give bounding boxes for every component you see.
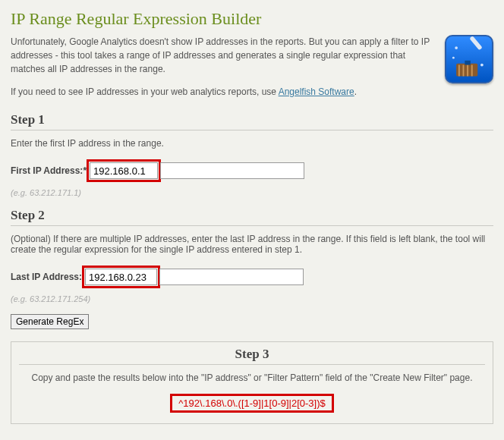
need-prefix: If you need to see IP addresses in your …: [11, 86, 279, 97]
step1-example: (e.g. 63.212.171.1): [11, 188, 493, 197]
need-suffix: .: [354, 86, 357, 97]
svg-point-8: [480, 64, 484, 67]
intro-paragraph: Unfortunately, Google Analytics doesn't …: [11, 35, 437, 76]
broom-icon: [445, 35, 493, 83]
step3-heading: Step 3: [19, 347, 485, 365]
first-ip-label: First IP Address:*: [11, 165, 87, 176]
svg-point-9: [452, 57, 455, 59]
regex-output: ^192\.168\.0\.([1-9]|1[0-9]|2[0-3])$: [178, 398, 326, 409]
first-ip-input[interactable]: [90, 162, 158, 179]
step1-heading: Step 1: [11, 112, 493, 130]
generate-regex-button[interactable]: Generate RegEx: [11, 314, 89, 329]
svg-rect-5: [465, 61, 471, 65]
last-ip-highlight: [82, 266, 160, 288]
first-ip-highlight: [87, 159, 161, 182]
svg-point-7: [455, 46, 458, 49]
step2-instructions: (Optional) If there are multiple IP addr…: [11, 234, 493, 255]
regex-highlight: ^192\.168\.0\.([1-9]|1[0-9]|2[0-3])$: [170, 394, 334, 413]
page-title: IP Range Regular Expression Builder: [11, 9, 493, 29]
last-ip-input-extra[interactable]: [159, 269, 304, 285]
step2-example: (e.g. 63.212.171.254): [11, 294, 493, 303]
step1-instructions: Enter the first IP address in the range.: [11, 138, 493, 149]
angelfish-link[interactable]: Angelfish Software: [279, 86, 354, 97]
first-ip-input-extra[interactable]: [160, 162, 304, 179]
step3-instructions: Copy and paste the results below into th…: [19, 372, 485, 383]
svg-rect-6: [469, 36, 483, 50]
last-ip-label: Last IP Address:: [11, 272, 82, 282]
last-ip-input[interactable]: [85, 269, 157, 285]
result-panel: Step 3 Copy and paste the results below …: [11, 341, 493, 424]
step2-heading: Step 2: [11, 208, 493, 226]
intro-need-line: If you need to see IP addresses in your …: [11, 85, 437, 99]
